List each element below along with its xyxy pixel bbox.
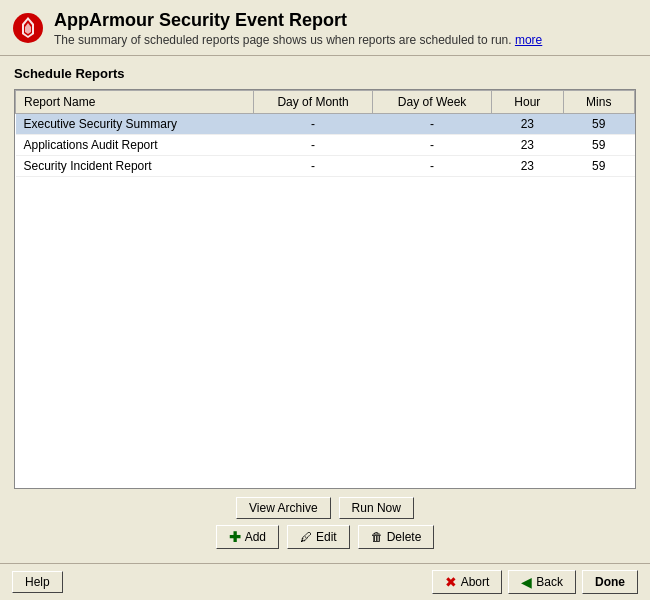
cell-report-name: Applications Audit Report: [16, 135, 254, 156]
cell-day-of-month: -: [254, 156, 373, 177]
edit-button[interactable]: 🖊 Edit: [287, 525, 350, 549]
table-row[interactable]: Applications Audit Report--2359: [16, 135, 635, 156]
col-header-mins: Mins: [563, 91, 634, 114]
cell-mins: 59: [563, 114, 634, 135]
view-archive-button[interactable]: View Archive: [236, 497, 330, 519]
add-button[interactable]: ✚ Add: [216, 525, 279, 549]
col-header-day-of-week: Day of Week: [373, 91, 492, 114]
cell-mins: 59: [563, 135, 634, 156]
table-header-row: Report Name Day of Month Day of Week Hou…: [16, 91, 635, 114]
header-text: AppArmour Security Event Report The summ…: [54, 10, 638, 47]
footer-right: ✖ Abort ◀ Back Done: [432, 570, 638, 594]
cell-hour: 23: [492, 114, 563, 135]
table-row[interactable]: Security Incident Report--2359: [16, 156, 635, 177]
content-area: Schedule Reports Report Name Day of Mont…: [0, 56, 650, 563]
table-body: Executive Security Summary--2359Applicat…: [16, 114, 635, 177]
done-button[interactable]: Done: [582, 570, 638, 594]
cell-report-name: Executive Security Summary: [16, 114, 254, 135]
section-title: Schedule Reports: [14, 66, 636, 81]
add-icon: ✚: [229, 529, 241, 545]
top-button-row: View Archive Run Now: [236, 497, 414, 519]
run-now-button[interactable]: Run Now: [339, 497, 414, 519]
col-header-day-of-month: Day of Month: [254, 91, 373, 114]
cell-day-of-month: -: [254, 114, 373, 135]
delete-icon: 🗑: [371, 530, 383, 544]
col-header-report-name: Report Name: [16, 91, 254, 114]
page-subtitle: The summary of scheduled reports page sh…: [54, 33, 638, 47]
cell-hour: 23: [492, 135, 563, 156]
table-row[interactable]: Executive Security Summary--2359: [16, 114, 635, 135]
button-area: View Archive Run Now ✚ Add 🖊 Edit 🗑 Dele…: [14, 489, 636, 553]
cell-mins: 59: [563, 156, 634, 177]
reports-table: Report Name Day of Month Day of Week Hou…: [15, 90, 635, 177]
footer: Help ✖ Abort ◀ Back Done: [0, 563, 650, 600]
edit-icon: 🖊: [300, 530, 312, 544]
abort-button[interactable]: ✖ Abort: [432, 570, 503, 594]
col-header-hour: Hour: [492, 91, 563, 114]
reports-table-container: Report Name Day of Month Day of Week Hou…: [14, 89, 636, 489]
cell-day-of-month: -: [254, 135, 373, 156]
apparmour-logo: [12, 12, 44, 44]
main-window: AppArmour Security Event Report The summ…: [0, 0, 650, 600]
more-link[interactable]: more: [515, 33, 542, 47]
page-title: AppArmour Security Event Report: [54, 10, 638, 31]
cell-day-of-week: -: [373, 135, 492, 156]
back-icon: ◀: [521, 574, 532, 590]
delete-button[interactable]: 🗑 Delete: [358, 525, 435, 549]
help-button[interactable]: Help: [12, 571, 63, 593]
header: AppArmour Security Event Report The summ…: [0, 0, 650, 56]
cell-report-name: Security Incident Report: [16, 156, 254, 177]
abort-icon: ✖: [445, 574, 457, 590]
bottom-button-row: ✚ Add 🖊 Edit 🗑 Delete: [216, 525, 435, 549]
cell-day-of-week: -: [373, 114, 492, 135]
back-button[interactable]: ◀ Back: [508, 570, 576, 594]
cell-hour: 23: [492, 156, 563, 177]
cell-day-of-week: -: [373, 156, 492, 177]
